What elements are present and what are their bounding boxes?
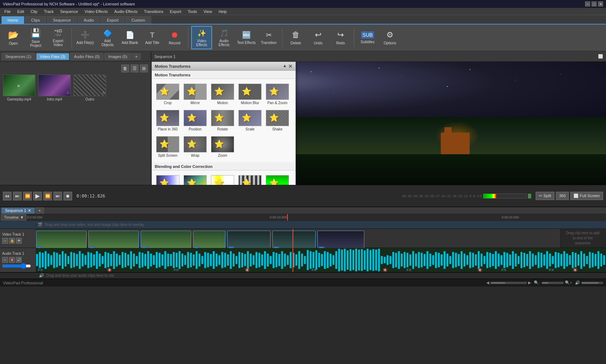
add-files-button[interactable]: ➕ Add File(s) [75, 26, 96, 49]
audio-minus-btn[interactable]: ─ [2, 257, 8, 263]
delete-button[interactable]: 🗑 Delete [285, 26, 306, 49]
effect-exposure[interactable]: ⭐ Exposure [237, 173, 263, 185]
tab-export[interactable]: Export [101, 16, 124, 24]
subtitles-button[interactable]: SUB Subtitles [357, 26, 378, 49]
audio-volume-slider[interactable] [2, 265, 31, 267]
menu-audio-effects[interactable]: Audio Effects [111, 9, 141, 14]
add-blank-button[interactable]: 📄 Add Blank [119, 26, 140, 49]
play-button[interactable]: ▶ [33, 192, 42, 200]
menu-transitions[interactable]: Transitions [141, 9, 166, 14]
menu-edit[interactable]: Edit [14, 9, 27, 14]
skip-start-button[interactable]: ⏮ [3, 192, 12, 200]
menu-help[interactable]: Help [216, 9, 230, 14]
menu-track[interactable]: Track [41, 9, 57, 14]
effect-motion[interactable]: ⭐ Motion [210, 82, 236, 107]
360-button[interactable]: 360 [556, 192, 569, 200]
next-frame-button[interactable]: ⏭ [53, 192, 62, 200]
open-button[interactable]: 📂 Open [3, 26, 24, 49]
effect-place-in-360[interactable]: ⭐ Place in 360 [155, 108, 181, 133]
effects-close-button[interactable]: ✕ [288, 63, 293, 69]
transition-button[interactable]: ✂ Transition [258, 26, 279, 49]
audio-vol-btn[interactable]: 🔊 [16, 257, 22, 263]
delete-clip-btn[interactable]: 🗑 [121, 65, 129, 72]
menu-file[interactable]: File [1, 9, 14, 14]
menu-video-effects[interactable]: Video Effects [82, 9, 110, 14]
effect-wrap[interactable]: ⭐ Wrap [182, 134, 208, 159]
clip-item-outro[interactable]: ♫ Outro [74, 75, 106, 101]
prev-frame-button[interactable]: ⏭ [13, 192, 22, 200]
zoom-slider[interactable] [542, 282, 563, 284]
tab-clips[interactable]: Clips [25, 16, 46, 24]
tab-audio-files[interactable]: Audio Files (0) [70, 53, 104, 60]
tab-audio[interactable]: Audio [78, 16, 100, 24]
add-tab-button[interactable]: + [132, 53, 141, 60]
add-sequence-button[interactable]: + [35, 207, 44, 214]
effect-motion-blur[interactable]: ⭐ Motion Blur [237, 82, 263, 107]
maximize-button[interactable]: □ [592, 1, 597, 6]
timeline-scroll[interactable] [491, 282, 527, 284]
list-view-btn[interactable]: ☰ [131, 65, 139, 72]
effects-scroll-up[interactable]: ▲ [283, 63, 287, 69]
timeline-dropdown[interactable]: Timeline ▼ [1, 214, 26, 221]
grid-view-btn[interactable]: ⊞ [140, 65, 148, 72]
add-title-button[interactable]: T Add Title [142, 26, 163, 49]
expand-icon[interactable]: ⬜ [598, 54, 603, 59]
menu-view[interactable]: View [201, 9, 215, 14]
scroll-left-btn[interactable]: ◀ [486, 280, 489, 285]
export-video-button[interactable]: 🎬 Export Video [48, 26, 69, 49]
track-minus-btn[interactable]: ─ [2, 238, 8, 244]
split-button[interactable]: ✂ Split [536, 192, 554, 200]
fullscreen-button[interactable]: ⬜ Full Screen [570, 192, 603, 200]
tab-video-files[interactable]: Video Files (3) [36, 53, 70, 60]
track-lock-btn[interactable]: 🔒 [9, 238, 15, 244]
audio-mute-btn[interactable]: 🔇 [9, 257, 15, 263]
rewind-button[interactable]: ⏪ [23, 192, 32, 200]
zoom-in-btn[interactable]: 🔍+ [565, 280, 572, 285]
effect-rotate[interactable]: ⭐ Rotate [210, 108, 236, 133]
record-button[interactable]: ⏺ Record [164, 26, 185, 49]
sequence-1-tab[interactable]: Sequence 1 ✕ [1, 208, 35, 214]
audio-track-1: Audio Track 1 ─ 🔇 🔊 [0, 248, 606, 272]
tab-sequence[interactable]: Sequence [47, 16, 77, 24]
audio-effects-button[interactable]: 🎵 Audio Effects [214, 26, 234, 49]
options-button[interactable]: ⚙ Options [379, 26, 400, 49]
effect-scale[interactable]: ⭐ Scale [237, 108, 263, 133]
clip-item-intro[interactable]: ♫ Intro.mp4 [38, 75, 71, 101]
menu-export[interactable]: Export [167, 9, 184, 14]
save-project-button[interactable]: 💾 Save Project [25, 26, 46, 49]
effect-mirror[interactable]: ⭐ Mirror [182, 82, 208, 107]
skip-end-button[interactable]: ⏺ [63, 192, 72, 200]
close-button[interactable]: ✕ [598, 1, 603, 6]
effect-position[interactable]: ⭐ Position [182, 108, 208, 133]
menu-clip[interactable]: Clip [28, 9, 40, 14]
effect-color-adj[interactable]: ⭐ Color adjustments [210, 173, 236, 185]
zoom-out-btn[interactable]: 🔍- [534, 280, 540, 285]
fast-forward-button[interactable]: ⏩ [43, 192, 52, 200]
video-effects-button[interactable]: ✨ Video Effects [191, 26, 212, 49]
menu-tools[interactable]: Tools [185, 9, 200, 14]
add-objects-button[interactable]: 🔷 Add Objects [97, 26, 118, 49]
undo-button[interactable]: ↩ Undo [308, 26, 329, 49]
effect-pan-zoom[interactable]: ⭐ Pan & Zoom [264, 82, 290, 107]
effect-green-screen[interactable]: ⭐ Green Screen [264, 173, 290, 185]
tab-home[interactable]: Home [1, 16, 24, 24]
scroll-right-btn[interactable]: ▶ [528, 280, 531, 285]
menu-sequence[interactable]: Sequence [57, 9, 81, 14]
tab-sequences[interactable]: Sequences (1) [1, 53, 35, 60]
effect-shake[interactable]: ⭐ Shake [264, 108, 290, 133]
redo-button[interactable]: ↪ Redo [330, 26, 351, 49]
text-effects-button[interactable]: 🔤 Text Effects [236, 26, 257, 49]
master-volume-slider[interactable] [581, 282, 603, 284]
track-visibility-btn[interactable]: 👁 [16, 238, 22, 244]
clip-item-gameplay[interactable]: ▶ Gameplay.mp4 [3, 75, 35, 101]
tab-images[interactable]: Images (5) [104, 53, 131, 60]
tab-custom[interactable]: Custom [125, 16, 151, 24]
sequence-tab-close[interactable]: ✕ [28, 208, 31, 213]
svg-rect-56 [193, 254, 195, 266]
effect-auto-levels[interactable]: ⭐ Auto Levels [155, 173, 181, 185]
effect-zoom[interactable]: ⭐ Zoom [210, 134, 236, 159]
effect-split-screen[interactable]: ⭐ Split Screen [155, 134, 181, 159]
effect-color-curves[interactable]: ⭐ Color Curves [182, 173, 208, 185]
effect-crop[interactable]: ⭐ Crop [155, 82, 181, 107]
minimize-button[interactable]: ─ [585, 1, 590, 6]
